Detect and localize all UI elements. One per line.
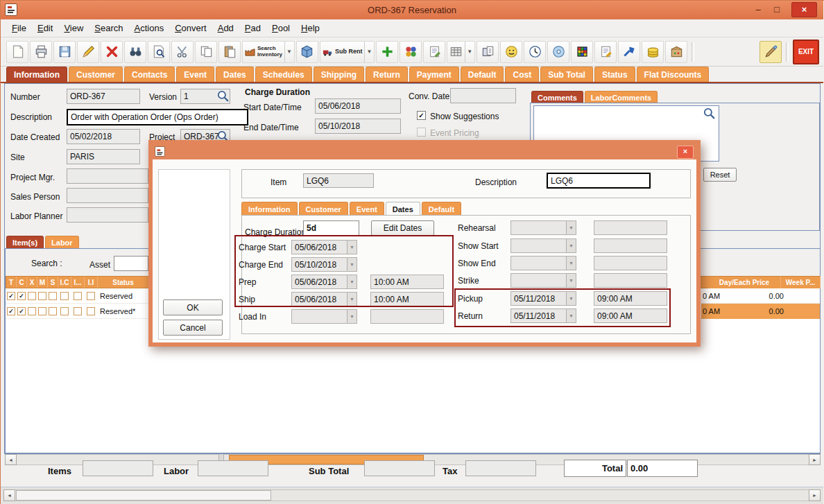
date-created-field[interactable]: 05/02/2018 (67, 129, 140, 144)
return-date-field[interactable]: 05/11/2018 (510, 309, 567, 323)
tab-items[interactable]: Item(s) (6, 236, 44, 248)
menu-search[interactable]: Search (89, 20, 128, 36)
strike-dropdown-icon[interactable]: ▼ (567, 273, 576, 288)
show-start-dropdown-icon[interactable]: ▼ (567, 238, 576, 253)
scroll-right-arrow-icon[interactable]: ► (809, 454, 821, 465)
event-pricing-checkbox[interactable] (417, 128, 426, 137)
search-inventory-dropdown-icon[interactable]: ▼ (284, 42, 292, 62)
binoculars-icon[interactable] (124, 41, 146, 63)
show-start-date-field[interactable] (510, 238, 567, 253)
description-field[interactable]: Order with Operation Order (Ops Order) (67, 109, 248, 125)
row1-checkbox-ic[interactable] (60, 292, 69, 300)
return-dropdown-icon[interactable]: ▼ (567, 309, 576, 323)
row2-checkbox-ic[interactable] (60, 307, 69, 315)
tab-cost[interactable]: Cost (505, 67, 539, 82)
rehearsal-date-field[interactable] (510, 220, 567, 235)
tab-labor-comments[interactable]: LaborComments (585, 91, 658, 103)
number-field[interactable]: ORD-367 (67, 89, 140, 104)
rehearsal-dropdown-icon[interactable]: ▼ (567, 220, 576, 235)
cut-icon[interactable] (171, 41, 194, 63)
tab-contacts[interactable]: Contacts (124, 67, 175, 82)
row1-checkbox-s[interactable] (49, 292, 57, 300)
menu-help[interactable]: Help (295, 20, 325, 36)
bottom-scroll-right-arrow-icon[interactable]: ► (809, 489, 821, 501)
ship-date-field[interactable]: 05/06/2018 (291, 292, 347, 306)
tab-default[interactable]: Default (461, 67, 504, 82)
tab-sub-total[interactable]: Sub Total (540, 67, 593, 82)
rehearsal-time-field[interactable] (594, 220, 667, 235)
labor-planner-field[interactable] (67, 207, 148, 223)
pickup-date-field[interactable]: 05/11/2018 (510, 291, 567, 306)
tab-dates[interactable]: Dates (216, 67, 254, 82)
cube-icon[interactable] (296, 41, 318, 63)
strike-time-field[interactable] (594, 273, 667, 288)
reset-button[interactable]: Reset (703, 168, 737, 182)
new-document-icon[interactable] (6, 41, 28, 63)
show-end-date-field[interactable] (510, 256, 567, 270)
bottom-scrollbar-thumb[interactable] (16, 490, 271, 501)
pickup-dropdown-icon[interactable]: ▼ (567, 291, 576, 306)
asset-input[interactable] (114, 256, 148, 271)
smiley-icon[interactable] (500, 41, 522, 63)
load-in-date-field[interactable] (291, 309, 347, 324)
menu-edit[interactable]: Edit (32, 20, 58, 36)
close-button[interactable]: × (791, 2, 817, 17)
wand-icon[interactable] (759, 41, 782, 63)
tab-event[interactable]: Event (176, 67, 214, 82)
add-icon[interactable] (376, 41, 398, 63)
tab-schedules[interactable]: Schedules (255, 67, 312, 82)
bottom-scroll-left-arrow-icon[interactable]: ◄ (3, 489, 15, 501)
tab-labor[interactable]: Labor (45, 236, 79, 248)
footer-total-value[interactable]: 0.00 (627, 460, 698, 477)
tab-payment[interactable]: Payment (409, 67, 459, 82)
exit-button[interactable]: EXIT (793, 40, 819, 64)
footer-sub-total-field[interactable] (364, 460, 435, 476)
note-edit-icon[interactable] (423, 41, 445, 63)
disc-icon[interactable] (547, 41, 569, 63)
grid-view-button[interactable]: ▼ (447, 41, 475, 63)
tab-information[interactable]: Information (6, 67, 67, 82)
row2-checkbox-ii[interactable] (87, 307, 95, 315)
charge-duration-field[interactable]: 5d (303, 220, 359, 236)
return-time-field[interactable]: 09:00 AM (594, 309, 667, 323)
dialog-close-button[interactable]: × (677, 146, 694, 159)
load-in-dropdown-icon[interactable]: ▼ (347, 309, 357, 324)
row1-checkbox-i2[interactable] (74, 292, 82, 300)
ship-dropdown-icon[interactable]: ▼ (347, 292, 357, 306)
group-icon[interactable] (400, 41, 422, 63)
tab-shipping[interactable]: Shipping (314, 67, 364, 82)
row2-checkbox-x[interactable] (28, 307, 36, 315)
row1-checkbox-t[interactable] (7, 292, 15, 300)
clock-icon[interactable] (524, 41, 546, 63)
prep-time-field[interactable]: 10:00 AM (370, 275, 444, 289)
sub-rent-dropdown-icon[interactable]: ▼ (364, 42, 372, 62)
link-arrow-icon[interactable] (618, 41, 640, 63)
row1-checkbox-m[interactable] (38, 292, 46, 300)
delete-icon[interactable] (101, 41, 123, 63)
tab-customer[interactable]: Customer (69, 67, 123, 82)
charge-start-date-field[interactable]: 05/06/2018 (291, 240, 347, 254)
copy-icon[interactable] (195, 41, 217, 63)
site-field[interactable]: PARIS (67, 149, 140, 164)
footer-tax-field[interactable] (465, 460, 536, 476)
paste-icon[interactable] (218, 41, 241, 63)
strike-date-field[interactable] (510, 273, 567, 288)
show-end-dropdown-icon[interactable]: ▼ (567, 256, 576, 270)
load-in-time-field[interactable] (370, 309, 444, 324)
menu-file[interactable]: File (6, 20, 32, 36)
tab-return[interactable]: Return (366, 67, 408, 82)
dialog-tab-default[interactable]: Default (422, 202, 461, 215)
pickup-time-field[interactable]: 09:00 AM (594, 291, 667, 306)
notes-icon[interactable] (594, 41, 617, 63)
row2-checkbox-t[interactable] (7, 307, 15, 315)
dialog-tab-dates[interactable]: Dates (386, 202, 420, 215)
minimize-button[interactable]: – (750, 4, 766, 16)
package-icon[interactable] (665, 41, 687, 63)
edit-pencil-icon[interactable] (77, 41, 99, 63)
menu-convert[interactable]: Convert (169, 20, 212, 36)
row2-checkbox-c[interactable] (17, 307, 26, 315)
menu-view[interactable]: View (58, 20, 89, 36)
menu-actions[interactable]: Actions (129, 20, 170, 36)
edit-dates-button[interactable]: Edit Dates (371, 220, 434, 236)
grid-dropdown-icon[interactable]: ▼ (465, 42, 472, 62)
